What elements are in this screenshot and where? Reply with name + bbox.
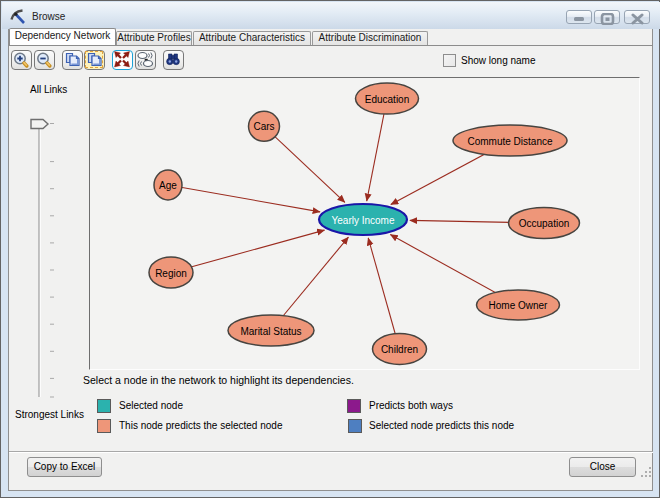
svg-text:Occupation: Occupation <box>519 218 570 229</box>
svg-text:Education: Education <box>365 94 409 105</box>
svg-text:Children: Children <box>381 344 418 355</box>
svg-text:Region: Region <box>155 268 187 279</box>
svg-text:Home Owner: Home Owner <box>489 300 549 311</box>
svg-text:Yearly Income: Yearly Income <box>332 215 395 226</box>
svg-text:Marital Status: Marital Status <box>240 326 301 337</box>
svg-text:Commute Distance: Commute Distance <box>467 136 552 147</box>
svg-text:Age: Age <box>159 180 177 191</box>
svg-text:Cars: Cars <box>253 121 274 132</box>
